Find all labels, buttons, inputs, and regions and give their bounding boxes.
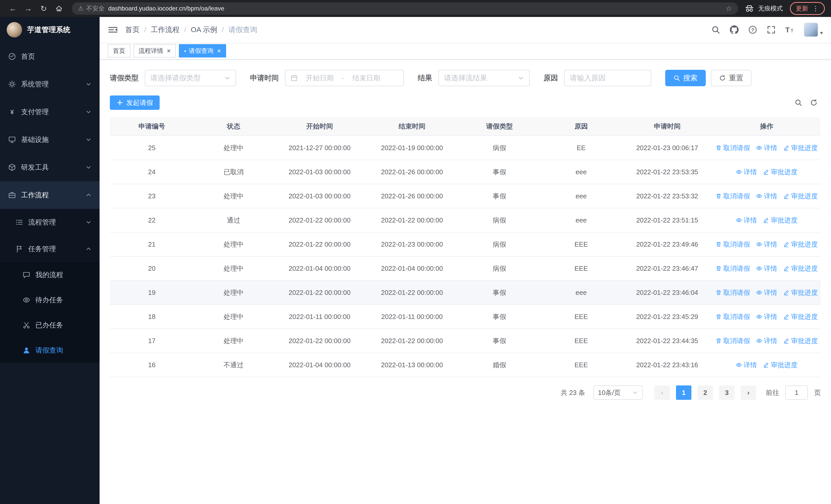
chat-icon [23, 271, 30, 279]
sidebar-item-done-tasks[interactable]: 已办任务 [0, 313, 99, 338]
next-page-button[interactable]: › [741, 385, 756, 400]
detail-link[interactable]: 详情 [736, 168, 757, 177]
dashboard-icon [8, 53, 16, 60]
cancel-leave-link[interactable]: 取消请假 [716, 144, 750, 152]
sidebar-item-my-process[interactable]: 我的流程 [0, 262, 99, 288]
eye-icon [756, 314, 762, 320]
prev-page-button[interactable]: ‹ [654, 385, 670, 400]
breadcrumb-item[interactable]: OA 示例 [191, 25, 218, 35]
search-icon[interactable] [711, 25, 720, 34]
address-bar[interactable]: ⚠ 不安全 dashboard.yudao.iocoder.cn/bpm/oa/… [72, 2, 738, 14]
apply-time-range-picker[interactable]: - [285, 70, 404, 86]
start-date-input[interactable] [301, 74, 339, 82]
sidebar-item-workflow[interactable]: 工作流程 [0, 181, 99, 209]
progress-link[interactable]: 审批进度 [783, 144, 818, 152]
reason-input-wrap [564, 70, 651, 86]
detail-link[interactable]: 详情 [756, 264, 777, 273]
eye-icon [756, 338, 762, 344]
create-leave-button[interactable]: 发起请假 [110, 95, 160, 110]
browser-menu-icon[interactable]: ⋮ [812, 5, 819, 12]
progress-link[interactable]: 审批进度 [763, 360, 797, 369]
sidebar-item-system[interactable]: 系统管理 [0, 70, 99, 98]
cancel-leave-link[interactable]: 取消请假 [716, 264, 750, 273]
yen-icon [8, 108, 16, 116]
breadcrumb-item[interactable]: 首页 [125, 25, 140, 35]
sidebar-item-process-mgmt[interactable]: 流程管理 [0, 209, 99, 236]
sidebar-item-leave-query[interactable]: 请假查询 [0, 338, 99, 363]
progress-link[interactable]: 审批进度 [763, 168, 797, 177]
forward-button[interactable]: → [22, 2, 35, 15]
detail-link[interactable]: 详情 [756, 288, 777, 297]
url-text[interactable]: dashboard.yudao.iocoder.cn/bpm/oa/leave [108, 5, 224, 12]
breadcrumb-item[interactable]: 工作流程 [151, 25, 180, 35]
tab-process-detail[interactable]: 流程详情 × [134, 44, 176, 58]
sidebar-item-devtools[interactable]: 研发工具 [0, 153, 99, 181]
sidebar-item-label: 待办任务 [35, 295, 63, 305]
app-logo[interactable]: 芋道管理系统 [0, 17, 99, 42]
page-size-select[interactable]: 10条/页 [593, 385, 642, 400]
bookmark-star-icon[interactable]: ☆ [725, 4, 732, 13]
user-avatar[interactable] [804, 23, 818, 37]
fullscreen-icon[interactable] [767, 25, 776, 34]
cancel-leave-link[interactable]: 取消请假 [716, 240, 750, 249]
detail-link[interactable]: 详情 [756, 312, 777, 321]
github-icon[interactable] [730, 25, 739, 34]
sidebar-item-todo-tasks[interactable]: 待办任务 [0, 288, 99, 313]
end-date-input[interactable] [347, 74, 385, 82]
page-button-1[interactable]: 1 [676, 385, 691, 400]
chevron-down-icon [632, 390, 638, 395]
detail-link[interactable]: 详情 [756, 144, 777, 152]
close-icon[interactable]: × [217, 47, 221, 55]
progress-link[interactable]: 审批进度 [783, 240, 818, 249]
page-button-3[interactable]: 3 [719, 385, 735, 400]
tab-leave-query[interactable]: ● 请假查询 × [179, 44, 226, 58]
sidebar-item-infra[interactable]: 基础设施 [0, 126, 99, 153]
detail-link[interactable]: 详情 [736, 360, 757, 369]
cancel-leave-link[interactable]: 取消请假 [716, 288, 750, 297]
sidebar-item-task-mgmt[interactable]: 任务管理 [0, 236, 99, 262]
help-icon[interactable] [748, 25, 757, 34]
progress-link[interactable]: 审批进度 [783, 192, 818, 201]
detail-link[interactable]: 详情 [756, 336, 777, 346]
cube-icon [8, 164, 16, 171]
progress-link[interactable]: 审批进度 [783, 264, 818, 273]
progress-link[interactable]: 审批进度 [763, 216, 797, 225]
update-label[interactable]: 更新 [796, 4, 808, 12]
select-placeholder: 请选择流结果 [444, 73, 487, 83]
leave-type-select[interactable]: 请选择请假类型 [145, 70, 236, 86]
close-icon[interactable]: × [167, 47, 171, 55]
reset-button[interactable]: 重置 [711, 70, 751, 86]
search-button[interactable]: 搜索 [665, 70, 706, 86]
reload-button[interactable]: ↻ [37, 2, 50, 15]
user-menu[interactable]: ▾ [804, 23, 823, 37]
detail-link[interactable]: 详情 [736, 216, 757, 225]
tab-home[interactable]: 首页 [108, 44, 131, 58]
cancel-leave-link[interactable]: 取消请假 [716, 312, 750, 321]
progress-link[interactable]: 审批进度 [783, 288, 818, 297]
page-content: 请假类型 请选择请假类型 申请时间 - [99, 60, 831, 504]
cancel-leave-link[interactable]: 取消请假 [716, 336, 750, 346]
table-toolbar: 发起请假 [110, 95, 821, 110]
detail-link[interactable]: 详情 [756, 240, 777, 249]
sidebar-item-payment[interactable]: 支付管理 [0, 98, 99, 126]
reason-input[interactable] [570, 74, 646, 82]
collapse-sidebar-icon[interactable] [108, 25, 118, 35]
toggle-search-icon[interactable] [795, 99, 802, 107]
chevron-down-icon [86, 81, 91, 87]
security-label[interactable]: 不安全 [86, 4, 105, 12]
home-button[interactable] [52, 2, 66, 15]
breadcrumb-item-current: 请假查询 [228, 25, 257, 35]
detail-link[interactable]: 详情 [756, 192, 777, 201]
back-button[interactable]: ← [6, 2, 20, 15]
progress-link[interactable]: 审批进度 [783, 336, 818, 346]
goto-page-input[interactable] [785, 385, 808, 400]
result-select[interactable]: 请选择流结果 [438, 70, 530, 86]
progress-link[interactable]: 审批进度 [783, 312, 818, 321]
refresh-table-icon[interactable] [810, 99, 818, 107]
sidebar-item-home[interactable]: 首页 [0, 42, 99, 70]
font-size-icon[interactable] [785, 25, 794, 34]
cancel-leave-link[interactable]: 取消请假 [716, 192, 750, 201]
browser-update-button[interactable]: 更新 ⋮ [790, 2, 825, 15]
trash-icon [716, 265, 722, 271]
page-button-2[interactable]: 2 [697, 385, 713, 400]
